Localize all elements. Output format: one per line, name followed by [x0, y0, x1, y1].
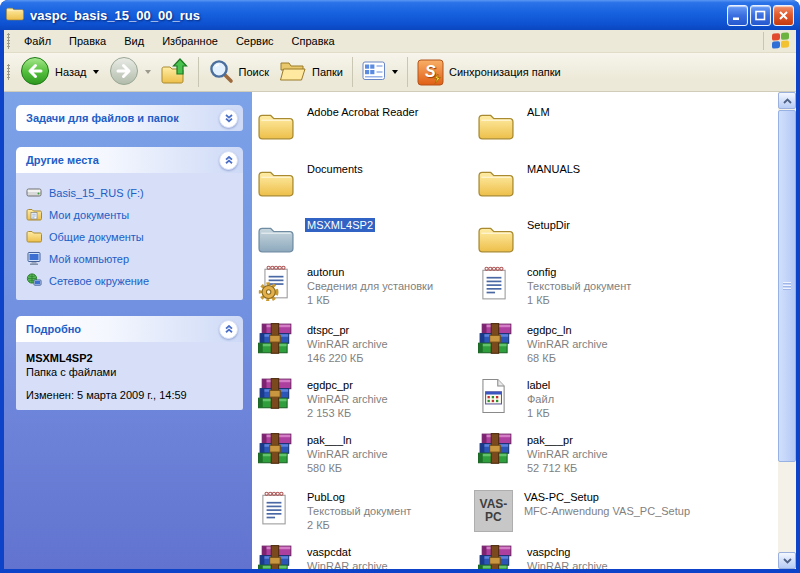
forward-button[interactable] — [104, 54, 156, 90]
views-icon — [362, 60, 386, 84]
file-item[interactable]: vaspclng WinRAR archive — [478, 545, 692, 569]
other-places-panel-title: Другие места — [26, 154, 99, 166]
file-type: Сведения для установки — [305, 279, 435, 293]
file-item[interactable]: autorun Сведения для установки 1 КБ — [258, 265, 472, 319]
chevron-up-icon[interactable] — [219, 151, 238, 170]
file-size: 1 КБ — [525, 293, 633, 307]
toolbar-separator — [352, 57, 353, 87]
menu-file[interactable]: Файл — [15, 32, 60, 50]
file-name: MSXML4SP2 — [305, 218, 375, 232]
scroll-up-button[interactable] — [778, 92, 796, 109]
other-places-panel-body: Basis_15_RUS (F:) Мои документы — [16, 173, 243, 300]
file-name: label — [525, 378, 552, 392]
file-list-area[interactable]: Adobe Acrobat Reader ALM Documents MANUA… — [252, 92, 796, 569]
place-label: Мой компьютер — [49, 253, 129, 265]
folder-icon — [258, 222, 294, 254]
folder-icon — [478, 166, 514, 198]
file-item[interactable]: ALM — [478, 105, 692, 145]
file-size: 52 712 КБ — [525, 461, 610, 475]
menu-tools[interactable]: Сервис — [227, 32, 283, 50]
place-link-network[interactable]: Сетевое окружение — [26, 270, 237, 292]
back-dropdown-icon — [93, 70, 99, 74]
place-link-my-computer[interactable]: Мой компьютер — [26, 248, 237, 270]
file-item[interactable]: vaspcdat WinRAR archive — [258, 545, 472, 569]
scrollbar-thumb[interactable] — [778, 110, 796, 462]
close-button[interactable] — [773, 5, 794, 26]
search-icon — [208, 58, 234, 86]
place-link-drive[interactable]: Basis_15_RUS (F:) — [26, 182, 237, 204]
search-button[interactable]: Поиск — [203, 56, 274, 88]
file-name: Adobe Acrobat Reader — [305, 105, 420, 119]
file-item[interactable]: egdpc_ln WinRAR archive 68 КБ — [478, 323, 692, 377]
file-name: egdpc_pr — [305, 378, 355, 392]
file-tasks-panel-title: Задачи для файлов и папок — [26, 112, 179, 124]
file-size: 68 КБ — [525, 351, 610, 365]
file-type: WinRAR archive — [305, 337, 390, 351]
menu-favorites[interactable]: Избранное — [153, 32, 227, 50]
folder-icon — [258, 166, 294, 198]
file-item[interactable]: egdpc_pr WinRAR archive 2 153 КБ — [258, 378, 472, 432]
details-panel-title: Подробно — [26, 323, 81, 335]
file-item[interactable]: pak___pr WinRAR archive 52 712 КБ — [478, 433, 692, 487]
back-label: Назад — [55, 66, 87, 78]
details-modified-date: Изменен: 5 марта 2009 г., 14:59 — [26, 388, 237, 402]
vaspc-application-icon: VAS- PC — [474, 490, 513, 532]
file-item[interactable]: pak___ln WinRAR archive 580 КБ — [258, 433, 472, 487]
maximize-button[interactable] — [750, 5, 771, 26]
file-item[interactable]: config Текстовый документ 1 КБ — [478, 265, 692, 319]
menu-help[interactable]: Справка — [283, 32, 344, 50]
views-button[interactable] — [357, 58, 403, 86]
network-places-icon — [26, 272, 42, 290]
explorer-window: vaspc_basis_15_00_00_rus Файл Правка Вид… — [0, 0, 800, 573]
folder-icon — [258, 109, 294, 141]
file-item-selected[interactable]: MSXML4SP2 — [258, 218, 472, 258]
back-button[interactable]: Назад — [15, 54, 104, 90]
minimize-button[interactable] — [727, 5, 748, 26]
file-name: Documents — [305, 162, 365, 176]
vaspc-icon-text: PC — [485, 511, 502, 524]
place-link-my-documents[interactable]: Мои документы — [26, 204, 237, 226]
vertical-scrollbar[interactable] — [778, 92, 796, 569]
disk-drive-icon — [26, 184, 42, 202]
other-places-panel-header[interactable]: Другие места — [16, 147, 243, 173]
file-tasks-panel-header[interactable]: Задачи для файлов и папок — [16, 105, 243, 131]
forward-dropdown-icon — [145, 70, 151, 74]
file-type: Текстовый документ — [525, 279, 633, 293]
scroll-down-button[interactable] — [778, 552, 796, 569]
menubar-grip-handle[interactable] — [7, 33, 10, 49]
file-item[interactable]: VAS- PC VAS-PC_Setup MFC-Anwendung VAS_P… — [478, 490, 692, 544]
menu-view[interactable]: Вид — [115, 32, 153, 50]
search-label: Поиск — [239, 66, 269, 78]
menubar-separator — [763, 32, 764, 50]
file-name: vaspcdat — [305, 545, 353, 559]
file-item[interactable]: MANUALS — [478, 162, 692, 202]
file-item[interactable]: PubLog Текстовый документ 2 КБ — [258, 490, 472, 544]
file-name: MANUALS — [525, 162, 582, 176]
place-link-shared-documents[interactable]: Общие документы — [26, 226, 237, 248]
file-name: VAS-PC_Setup — [522, 490, 601, 504]
forward-icon — [109, 56, 139, 88]
file-item[interactable]: dtspc_pr WinRAR archive 146 220 КБ — [258, 323, 472, 377]
chevron-up-icon[interactable] — [219, 320, 238, 339]
file-item[interactable]: SetupDir — [478, 218, 692, 258]
file-item[interactable]: Adobe Acrobat Reader — [258, 105, 472, 145]
details-panel: Подробно MSXML4SP2 Папка с файлами Измен… — [16, 316, 243, 410]
folders-button[interactable]: Папки — [274, 57, 348, 87]
details-panel-header[interactable]: Подробно — [16, 316, 243, 342]
toolbar-grip-handle[interactable] — [7, 64, 10, 80]
file-item[interactable]: label Файл 1 КБ — [478, 378, 692, 432]
place-label: Мои документы — [49, 209, 129, 221]
sync-button[interactable]: S Синхронизация папки — [412, 57, 566, 88]
file-size: 580 КБ — [305, 461, 390, 475]
menu-edit[interactable]: Правка — [60, 32, 115, 50]
task-pane-sidebar: Задачи для файлов и папок Другие места — [4, 92, 252, 569]
file-type: MFC-Anwendung VAS_PC_Setup — [522, 504, 692, 518]
chevron-down-icon[interactable] — [219, 109, 238, 128]
my-computer-icon — [26, 250, 42, 268]
up-button[interactable] — [156, 55, 194, 89]
winrar-archive-icon — [478, 545, 514, 569]
file-type: WinRAR archive — [305, 392, 390, 406]
text-document-icon — [258, 490, 294, 526]
file-item[interactable]: Documents — [258, 162, 472, 202]
winrar-archive-icon — [258, 433, 294, 466]
